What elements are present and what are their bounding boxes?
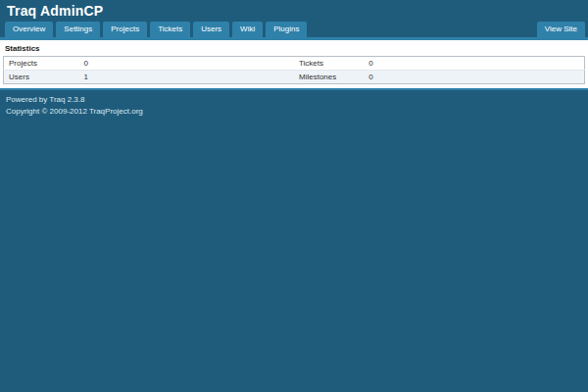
tab-overview[interactable]: Overview xyxy=(5,22,53,37)
tab-wiki[interactable]: Wiki xyxy=(232,22,263,37)
stat-value-users: 1 xyxy=(79,71,294,84)
statistics-table: Projects 0 Tickets 0 Users 1 Milestones … xyxy=(3,56,585,84)
tab-tickets[interactable]: Tickets xyxy=(150,22,190,37)
powered-by-text: Powered by Traq 2.3.8 xyxy=(6,94,582,106)
stat-label-users: Users xyxy=(4,71,79,84)
page-footer: Powered by Traq 2.3.8 Copyright © 2009-2… xyxy=(0,90,588,122)
stat-value-projects: 0 xyxy=(79,57,294,71)
table-row: Users 1 Milestones 0 xyxy=(4,71,585,84)
tab-projects[interactable]: Projects xyxy=(103,22,147,37)
stat-value-tickets: 0 xyxy=(364,57,584,71)
view-site-button[interactable]: View Site xyxy=(537,22,585,37)
stat-label-tickets: Tickets xyxy=(294,57,364,71)
admin-tab-bar: Overview Settings Projects Tickets Users… xyxy=(0,20,588,40)
table-row: Projects 0 Tickets 0 xyxy=(4,57,585,71)
tab-plugins[interactable]: Plugins xyxy=(266,22,307,37)
stat-label-milestones: Milestones xyxy=(294,71,364,84)
tab-settings[interactable]: Settings xyxy=(56,22,100,37)
stat-label-projects: Projects xyxy=(4,57,79,71)
statistics-heading: Statistics xyxy=(5,44,583,53)
tab-users[interactable]: Users xyxy=(193,22,229,37)
app-header: Traq AdminCP xyxy=(0,0,588,20)
stat-value-milestones: 0 xyxy=(364,71,584,84)
content-area: Statistics Projects 0 Tickets 0 Users 1 … xyxy=(0,40,588,90)
copyright-text: Copyright © 2009-2012 TraqProject.org xyxy=(6,106,582,118)
page-title: Traq AdminCP xyxy=(7,3,581,19)
